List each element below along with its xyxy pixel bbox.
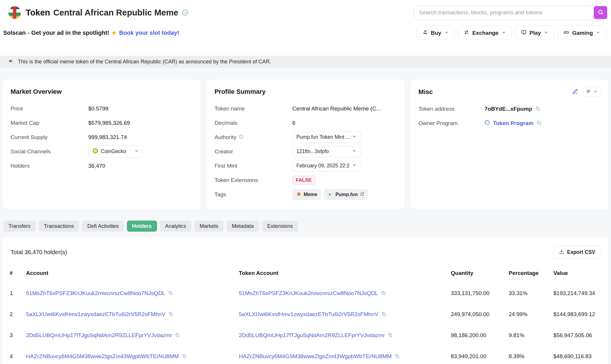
copy-owner-program-button[interactable] — [536, 120, 542, 126]
search-button[interactable] — [594, 6, 607, 19]
holders-label: Holders — [11, 163, 88, 169]
copy-account-button[interactable] — [168, 290, 173, 297]
gaming-label: Gaming — [572, 30, 593, 36]
token-name-label: Token name — [215, 105, 292, 112]
token-address-label: Token address — [418, 106, 484, 112]
copy-icon — [175, 333, 179, 338]
copy-account-button[interactable] — [168, 311, 173, 318]
account-link[interactable]: HAZrZNBuvcy6M4G5M38wweZtgsZm43WgpbWbTErN… — [26, 353, 179, 360]
col-quantity: Quantity — [448, 264, 506, 283]
verified-check-icon[interactable] — [182, 9, 189, 16]
account-link[interactable]: 5aXLXUwt6KvsfHmv1zwyxdaezETbTu6i2rV5R2sF… — [26, 311, 165, 318]
header: Token Central African Republic Meme Sols… — [0, 0, 611, 68]
chevron-down-icon — [593, 89, 598, 95]
tag-meme[interactable]: Meme — [292, 189, 321, 200]
chevron-down-icon — [352, 163, 357, 169]
col-percentage: Percentage — [506, 264, 551, 283]
holder-quantity: 333,131,750.00 — [448, 283, 506, 304]
holder-row: 2 5aXLXUwt6KvsfHmv1zwyxdaezETbTu6i2rV5R2… — [3, 304, 608, 325]
page-title: Token Central African Republic Meme — [26, 8, 178, 18]
price-row: Price $0.5799 — [11, 101, 193, 116]
copy-icon — [388, 333, 392, 338]
authority-label: Authority — [215, 134, 237, 141]
buy-button[interactable]: Buy — [417, 26, 455, 40]
tab-holders[interactable]: Holders — [127, 221, 157, 232]
tab-extensions[interactable]: Extensions — [262, 221, 298, 232]
authority-row: Authority Pump.fun Token Mint ... — [215, 130, 397, 144]
tab-analytics[interactable]: Analytics — [160, 221, 191, 232]
profile-summary-card: Profile Summary Token name Central Afric… — [207, 79, 405, 209]
token-account-link[interactable]: HAZrZNBuvcy6M4G5M38wweZtgsZm43WgpbWbTErN… — [239, 353, 392, 360]
tags-row: Tags Meme Pump.fun — [215, 187, 397, 202]
account-link[interactable]: 2Dd5LUBQmUHp17fTJgu5qNdAm2R9ZLLEFprYVJvd… — [26, 332, 172, 339]
social-channels-label: Social Channels — [11, 148, 88, 155]
announcement-bar: This is the official meme token of the C… — [0, 56, 611, 68]
creator-dropdown[interactable]: 121ftn...3sfpfo — [292, 146, 361, 157]
copy-account-button[interactable] — [175, 332, 180, 339]
account-link[interactable]: 51MsZhT6xPSFZ3KriJKuuk2mivcnrszCw8Noo7NJ… — [26, 290, 165, 297]
decimals-label: Decimals — [215, 120, 292, 126]
export-csv-button[interactable]: Export CSV — [554, 246, 600, 259]
social-channels-dropdown[interactable]: CoinGecko — [88, 145, 143, 158]
title-prefix: Token — [26, 8, 50, 18]
search-icon — [598, 9, 604, 16]
info-icon[interactable] — [239, 134, 244, 141]
token-account-link[interactable]: 5aXLXUwt6KvsfHmv1zwyxdaezETbTu6i2rV5R2sF… — [239, 311, 378, 318]
tags-label: Tags — [215, 191, 292, 198]
token-account-link[interactable]: 51MsZhT6xPSFZ3KriJKuuk2mivcnrszCw8Noo7NJ… — [239, 290, 378, 297]
holder-rank: 4 — [3, 346, 24, 364]
tab-transactions[interactable]: Transactions — [39, 221, 79, 232]
overview-cards: Market Overview Price $0.5799 Market Cap… — [0, 79, 611, 209]
book-slot-link[interactable]: Book your slot today! — [119, 30, 179, 36]
owner-program-link[interactable]: Token Program — [493, 120, 533, 126]
authority-dropdown[interactable]: Pump.fun Token Mint ... — [292, 131, 361, 143]
decimals-value: 6 — [292, 120, 296, 126]
first-mint-dropdown[interactable]: February 09, 2025 22:2... — [292, 160, 361, 171]
copy-account-button[interactable] — [182, 353, 187, 360]
holder-quantity: 83,949,201.00 — [448, 346, 506, 364]
search-input[interactable] — [414, 5, 608, 20]
copy-icon — [536, 120, 541, 126]
col-value: Value — [551, 264, 608, 283]
play-button[interactable]: Play — [515, 26, 554, 40]
holder-percentage: 24.99% — [506, 304, 551, 325]
creator-label: Creator — [215, 148, 292, 155]
gaming-button[interactable]: Gaming — [558, 26, 606, 40]
authority-value: Pump.fun Token Mint ... — [296, 134, 349, 140]
market-cap-value: $579,985,326.69 — [88, 120, 130, 126]
title-token-name: Central African Republic Meme — [53, 8, 178, 18]
swap-icon — [464, 30, 469, 37]
holder-value: $193,214,749.34 — [551, 283, 608, 304]
token-account-link[interactable]: 2Dd5LUBQmUHp17fTJgu5qNdAm2R9ZLLEFprYVJvd… — [239, 332, 385, 339]
copy-icon — [168, 312, 173, 317]
first-mint-label: First Mint — [215, 163, 292, 169]
misc-menu-dropdown[interactable] — [583, 87, 600, 97]
copy-token-account-button[interactable] — [394, 353, 400, 360]
tab-markets[interactable]: Markets — [194, 221, 224, 232]
tab-transfers[interactable]: Transfers — [3, 221, 36, 232]
coingecko-icon — [92, 148, 98, 155]
tab-metadata[interactable]: Metadata — [227, 221, 259, 232]
holder-row: 3 2Dd5LUBQmUHp17fTJgu5qNdAm2R9ZLLEFprYVJ… — [3, 325, 608, 346]
copy-token-account-button[interactable] — [381, 290, 386, 297]
market-cap-row: Market Cap $579,985,326.69 — [11, 116, 193, 130]
copy-token-account-button[interactable] — [381, 311, 386, 318]
copy-icon — [381, 312, 386, 317]
tag-pumpfun[interactable]: Pump.fun — [324, 189, 368, 200]
profile-summary-title: Profile Summary — [215, 88, 266, 96]
exchange-button[interactable]: Exchange — [458, 26, 512, 40]
chevron-down-icon — [352, 134, 357, 140]
chevron-down-icon — [596, 30, 600, 36]
copy-token-address-button[interactable] — [535, 106, 541, 112]
tab-defi-activities[interactable]: Defi Activities — [82, 221, 124, 232]
token-program-icon — [484, 120, 490, 127]
download-icon — [559, 249, 564, 256]
holder-row: 1 51MsZhT6xPSFZ3KriJKuuk2mivcnrszCw8Noo7… — [3, 283, 608, 304]
edit-pencil-button[interactable] — [572, 88, 579, 96]
chevron-down-icon — [444, 30, 449, 36]
copy-token-account-button[interactable] — [387, 332, 393, 339]
holder-rank: 3 — [3, 325, 24, 346]
col-account: Account — [24, 264, 237, 283]
market-overview-title: Market Overview — [11, 88, 62, 96]
list-icon — [586, 89, 591, 95]
